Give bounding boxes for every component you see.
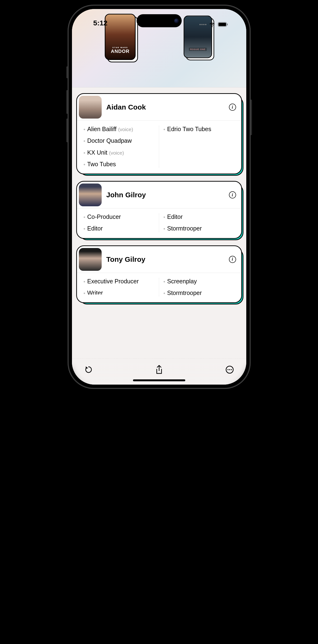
- home-indicator[interactable]: [133, 380, 185, 381]
- share-icon: [154, 364, 164, 375]
- battery-icon: [218, 22, 228, 27]
- info-button[interactable]: i: [229, 256, 236, 263]
- role-item: •Screenplay: [164, 278, 235, 285]
- role-item: •Editor: [84, 225, 155, 232]
- person-name: Aidan Cook: [106, 103, 224, 111]
- role-item: •KX Unit (voice): [84, 149, 155, 156]
- role-item: •Stormtrooper: [164, 289, 235, 297]
- poster-label: ROGUE ONE: [189, 48, 207, 51]
- ellipsis-circle-icon: [225, 366, 234, 374]
- svg-point-4: [227, 369, 228, 370]
- refresh-icon: [84, 366, 93, 374]
- status-time: 5:12: [93, 19, 108, 27]
- poster-sublabel: STAR WARS: [111, 46, 129, 48]
- svg-point-6: [231, 369, 232, 370]
- role-item: •Edrio Two Tubes: [164, 126, 235, 133]
- person-name: John Gilroy: [106, 191, 224, 199]
- front-camera: [174, 18, 179, 23]
- role-item: •Doctor Quadpaw: [84, 137, 155, 144]
- roles-right-column: •Screenplay •Stormtrooper: [159, 278, 239, 297]
- refresh-button[interactable]: [83, 364, 94, 375]
- info-button[interactable]: i: [229, 104, 236, 111]
- role-item: •Writer: [84, 289, 155, 294]
- screen: 5:12: [72, 9, 246, 384]
- roles-right-column: •Edrio Two Tubes: [159, 126, 239, 168]
- role-item: •Stormtrooper: [164, 225, 235, 232]
- cellular-dots-icon: [200, 24, 206, 25]
- roles-left-column: •Executive Producer •Writer: [79, 278, 159, 297]
- role-item: •Editor: [164, 213, 235, 220]
- person-card: Aidan Cook i •Alien Bailiff (voice) •Doc…: [76, 93, 242, 174]
- roles-left-column: •Co-Producer •Editor: [79, 213, 159, 232]
- person-card: Tony Gilroy i •Executive Producer •Write…: [76, 246, 242, 303]
- info-button[interactable]: i: [229, 191, 236, 198]
- role-item: •Two Tubes: [84, 160, 155, 168]
- svg-rect-1: [219, 23, 226, 26]
- avatar: [79, 248, 102, 271]
- roles-left-column: •Alien Bailiff (voice) •Doctor Quadpaw •…: [79, 126, 159, 168]
- dynamic-island: [136, 14, 182, 27]
- roles-right-column: •Editor •Stormtrooper: [159, 213, 239, 232]
- phone-frame: 5:12: [68, 5, 251, 389]
- wifi-icon: [209, 22, 215, 27]
- more-button[interactable]: [224, 364, 235, 375]
- svg-rect-2: [227, 24, 228, 25]
- person-name: Tony Gilroy: [106, 255, 224, 264]
- avatar: [79, 184, 102, 206]
- share-button[interactable]: [154, 364, 164, 375]
- role-item: •Alien Bailiff (voice): [84, 126, 155, 133]
- content-area[interactable]: Aidan Cook i •Alien Bailiff (voice) •Doc…: [72, 87, 246, 358]
- role-item: •Co-Producer: [84, 213, 155, 220]
- person-card: John Gilroy i •Co-Producer •Editor •Edit…: [76, 181, 242, 239]
- avatar: [79, 96, 102, 118]
- role-item: •Executive Producer: [84, 278, 155, 285]
- poster-label: ANDOR: [111, 48, 129, 54]
- svg-point-5: [229, 369, 230, 370]
